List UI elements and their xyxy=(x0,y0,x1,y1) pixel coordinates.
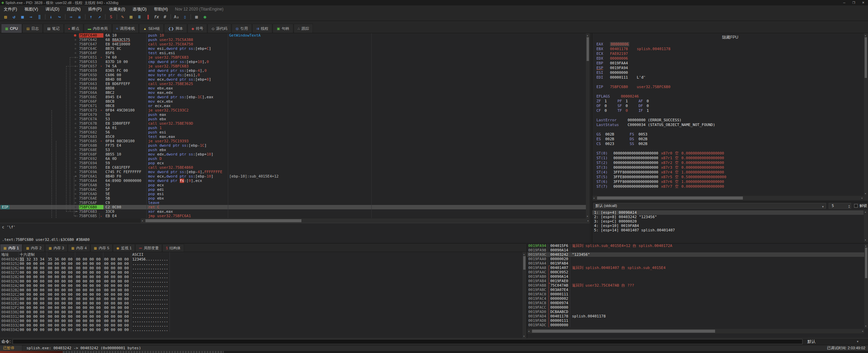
dump-row[interactable]: 0040328200 00 00 0000 00 00 0000 00 00 0… xyxy=(0,275,526,279)
stop-icon[interactable]: ■ xyxy=(18,14,27,20)
register-row[interactable]: ST(1)00000000000000000000x87r1空0.0000000… xyxy=(596,156,863,161)
run-until-return-icon[interactable]: ↗ xyxy=(95,14,104,20)
menu-item-options[interactable]: 选项(O) xyxy=(129,5,150,13)
disasm-row[interactable]: 75BFC6AB59pop ecx xyxy=(0,183,590,187)
dump-row[interactable]: 0040332200 00 00 0000 00 00 0000 00 00 0… xyxy=(0,319,526,323)
step-into-icon[interactable]: ↓ xyxy=(47,14,55,20)
dump-row[interactable]: 004032D200 00 00 0000 00 00 0000 00 00 0… xyxy=(0,297,526,301)
tab-seh[interactable]: ▲SEH链 xyxy=(139,24,164,33)
register-row[interactable]: ESP0019FA94 xyxy=(596,66,863,70)
argument-row[interactable]: 3: [esp+C] 00000020 xyxy=(592,219,864,224)
stack-row[interactable]: 0019FAD400401178splish.00401178 xyxy=(527,314,868,318)
run-icon[interactable]: → xyxy=(27,14,35,20)
hash-icon[interactable]: # xyxy=(161,14,169,20)
stack-hscrollbar[interactable]: ◂ ▸ xyxy=(527,329,864,333)
disasm-row[interactable]: 75BFC6B0C2 0C00ret C xyxy=(0,205,590,209)
argument-row[interactable]: 1: [esp+4] 00090A14 xyxy=(592,210,864,215)
tab-log[interactable]: ▤日志 xyxy=(22,24,43,33)
disasm-row[interactable]: 75BFC695E8 C681FEFFcall user32.75BE4860 xyxy=(0,165,590,170)
disassembly-pane[interactable]: 75BFC6406A 10push 10GetWindowTextA75BFC6… xyxy=(0,33,590,219)
scroll-left-icon[interactable]: ◂ xyxy=(141,219,143,223)
stack-row[interactable]: 0019FA9C00403242"123456" xyxy=(527,252,868,257)
menu-item-plugins[interactable]: 插件(P) xyxy=(84,5,105,13)
stack-row[interactable]: 0019FAC8000D0974 xyxy=(527,301,868,305)
stack-row[interactable]: 0019FAA000000020 xyxy=(527,257,868,261)
argument-row[interactable]: 2: [esp+8] 00403242 "123456" xyxy=(592,215,864,219)
tab-call-stack[interactable]: ≡调用堆栈 xyxy=(112,24,139,33)
register-row[interactable]: EFLAGS00000246 xyxy=(596,94,863,99)
dump-tab-memory-3[interactable]: ▦内存 3 xyxy=(45,244,67,252)
scroll-down-icon[interactable]: ▾ xyxy=(865,324,867,328)
maximize-icon[interactable]: ❐ xyxy=(849,0,859,5)
step-out-icon[interactable]: ↑ xyxy=(87,14,95,20)
dump-pane[interactable]: ▦内存 1▦内存 2▦内存 3▦内存 4▦内存 5◉监视 1≔局部变量§结构体 … xyxy=(0,243,526,338)
disasm-row[interactable]: 75BFC6926A 0Dpush D xyxy=(0,157,590,161)
gutter-dot[interactable] xyxy=(75,43,76,45)
register-row[interactable]: EDI00000111L'đ' xyxy=(596,75,863,80)
disasm-row[interactable]: 75BFC6730F84 49CD0100▾je user32.75C193C2 xyxy=(0,108,590,112)
dump-tab-struct[interactable]: §结构体 xyxy=(162,244,184,252)
menu-item-view[interactable]: 视图(V) xyxy=(21,5,42,13)
disasm-row[interactable]: 75BFC67950push eax xyxy=(0,112,590,117)
command-input[interactable] xyxy=(13,339,803,344)
disasm-row[interactable]: 75BFC69459pop ecx xyxy=(0,161,590,165)
menu-item-help[interactable]: 帮助(H) xyxy=(150,5,172,13)
register-row[interactable]: ST(0)00000000000000000000x87r0空0.0000000… xyxy=(596,151,863,156)
gutter-dot[interactable] xyxy=(75,48,76,49)
disassembly-vscrollbar[interactable]: ▴ ▾ xyxy=(586,33,590,219)
stack-row[interactable]: 0019FA9800090A14 xyxy=(527,248,868,252)
scroll-up-icon[interactable]: ▴ xyxy=(865,210,866,214)
register-row[interactable]: EBX00401178splish.00401178 xyxy=(596,47,863,51)
disassembly-hscrollbar[interactable]: ◂ ▸ xyxy=(141,219,590,223)
register-row[interactable]: LastError00000000 (ERROR_SUCCESS) xyxy=(596,118,863,123)
close-icon[interactable]: ✕ xyxy=(859,0,868,5)
register-row[interactable]: ST(3)00000000000000000000x87r3空0.0000000… xyxy=(596,165,863,170)
arguments-vscrollbar[interactable]: ▴ ▾ xyxy=(864,210,868,242)
register-row[interactable]: ST(5)3FFE8000000000000000x87r5空0.5000000… xyxy=(596,175,863,180)
scylla-icon[interactable]: S xyxy=(107,14,115,20)
scroll-left-icon[interactable]: ◂ xyxy=(528,329,530,333)
registers-vscrollbar[interactable]: ▴ ▾ xyxy=(864,33,868,201)
globe-icon[interactable]: ● xyxy=(201,14,209,20)
stack-pane[interactable]: 0019FA94004015F6返回到 splish.sub_4015E4+12… xyxy=(527,243,868,338)
disasm-row[interactable]: 75BFC68F8B55 10mov edx,dword ptr ss:[ebp… xyxy=(0,152,590,157)
dump-tab-memory-4[interactable]: ▦内存 4 xyxy=(68,244,90,252)
register-row[interactable]: GS002BFS0053 xyxy=(596,132,863,137)
stack-row[interactable]: 0019FA94004015F6返回到 splish.sub_4015E4+12… xyxy=(527,244,868,248)
preferences-device-icon[interactable]: ▯ xyxy=(181,14,189,20)
disasm-row[interactable]: 75BFC65DC606 00mov byte ptr ds:[esi],0 xyxy=(0,73,590,77)
dump-tab-locals[interactable]: ≔局部变量 xyxy=(135,244,162,252)
scroll-right-icon[interactable]: ▸ xyxy=(861,196,863,200)
menu-item-favourites[interactable]: 收藏夹(I) xyxy=(105,5,129,13)
patches-icon[interactable]: ∥ xyxy=(144,14,152,20)
scroll-right-icon[interactable]: ▸ xyxy=(862,329,864,333)
stack-row[interactable]: 0019FAA800401407返回到 splish.00401407 自 sp… xyxy=(527,266,868,270)
tab-references[interactable]: ◎引用 xyxy=(232,24,252,33)
dump-row[interactable]: 0040326200 00 00 0000 00 00 0000 00 00 0… xyxy=(0,266,526,270)
calling-convention-select[interactable]: 默认 (stdcall)▼ xyxy=(593,203,826,209)
tab-breakpoints[interactable]: ●断点 xyxy=(64,24,83,33)
disasm-row[interactable]: 75BFC6806A 01push 1 xyxy=(0,126,590,130)
disasm-row[interactable]: 75BFC6AFC9leave xyxy=(0,201,590,205)
favourites-tools-icon[interactable]: ≡ xyxy=(135,14,144,20)
argument-row[interactable]: 5: [esp+14] 00401407 splish.00401407 xyxy=(592,228,864,232)
disasm-row[interactable]: 75BFC64268 B8A3C575push user32.75C5A3B8 xyxy=(0,38,590,42)
stack-row[interactable]: 0019FAD0DCBAABCD xyxy=(527,310,868,314)
menu-item-debug[interactable]: 调试(D) xyxy=(42,5,63,13)
disasm-row[interactable]: 75BFC67BE8 1DB0FEFFcall user32.75BE769D xyxy=(0,121,590,126)
spin-down-icon[interactable]: ▼ xyxy=(848,206,850,208)
disasm-row[interactable]: 75BFC6608B4D 08mov ecx,dword ptr ss:[ebp… xyxy=(0,77,590,82)
stack-row[interactable]: 0019FAA40019FAB4 xyxy=(527,261,868,266)
stack-row[interactable]: 0019FAB000090A14 xyxy=(527,274,868,279)
dump-tab-memory-2[interactable]: ▦内存 2 xyxy=(23,244,45,252)
register-row[interactable]: ES002BDS002B xyxy=(596,137,863,142)
argument-row[interactable]: 4: [esp+10] 0019FAB4 xyxy=(592,224,864,228)
minimize-icon[interactable]: ─ xyxy=(840,0,849,5)
disasm-row[interactable]: 75BFC6AC5Fpop edi xyxy=(0,187,590,192)
scroll-down-icon[interactable]: ▾ xyxy=(865,191,866,196)
disasm-row[interactable]: 75BFC647E8 04E10000call user32.75C0A750 xyxy=(0,42,590,46)
register-row[interactable]: EAX00000006 xyxy=(596,42,863,47)
tab-cpu[interactable]: ▦CPU xyxy=(1,24,22,33)
breakpoint-dot[interactable] xyxy=(74,34,76,37)
stack-row[interactable]: 0019FAC000000111 xyxy=(527,292,868,296)
